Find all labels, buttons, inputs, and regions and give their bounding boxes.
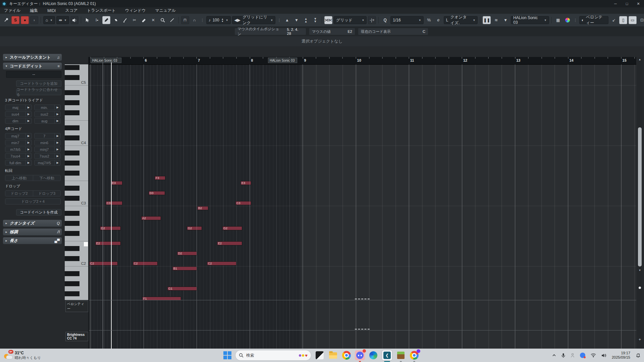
eraser-tool[interactable] [112,16,120,24]
chord-play-icon[interactable]: ▶ [25,118,32,123]
discord-icon[interactable] [355,350,365,360]
chord-play-icon[interactable]: ▶ [54,154,60,159]
inversion-button-下へ移動[interactable]: 下へ移動 [33,175,60,181]
cc-lane-label[interactable]: BrightnessCC 74 [65,332,88,341]
menu-item-編集[interactable]: 編集 [30,8,38,13]
chord-play-icon[interactable]: ▶ [25,147,32,152]
match-chord-track-button[interactable]: コードトラックに合わせる [16,89,61,95]
file-explorer-icon[interactable] [328,350,338,360]
midi-note-D2[interactable]: D2 [177,251,197,255]
weather-widget[interactable]: 9+ 31°C 晴れ時々くもり [0,351,84,360]
menu-item-ウィンドウ[interactable]: ウィンドウ [125,8,146,13]
drop-button-ドロップ3[interactable]: ドロップ3 [33,191,60,196]
midi-note-B2[interactable]: B2 [197,206,208,210]
midi-note-G2[interactable]: G2 [222,226,242,230]
zoom-plus-button[interactable]: + [637,337,642,342]
black-key[interactable] [65,171,79,176]
chord-button-7sus2[interactable]: 7sus2▶ [34,153,61,159]
record-button[interactable]: ● [21,16,29,24]
autoscroll-dropdown[interactable]: ⌂▼ [43,16,55,24]
chord-button-7[interactable]: 7▶ [34,133,61,139]
part-selector-dropdown[interactable]: HALion Sonic 03▼ [511,16,549,24]
chord-play-icon[interactable]: ▶ [25,133,32,138]
piano-keyboard[interactable]: C5C4C3C2 [65,64,88,300]
midi-note-C3[interactable]: C3 [106,201,122,205]
solo-button[interactable]: S [11,16,19,24]
minecraft-icon[interactable] [396,350,406,360]
chord-play-icon[interactable]: ▶ [54,105,60,110]
black-key[interactable] [65,246,79,251]
black-key[interactable] [65,211,79,216]
object-selection-tool[interactable] [84,16,92,24]
info-field-value[interactable]: 5. 2. 4. 28 [287,27,303,36]
timeline-ruler[interactable]: 6789101112131415HALion Sonic 03HALion So… [89,57,636,65]
section-scale-assistant[interactable]: ►スケールアシスタント♫ [3,54,62,61]
part-name-flag[interactable]: HALion Sonic 03 [91,58,121,63]
midi-note-C3[interactable]: C3 [235,201,251,205]
section-length[interactable]: ►長さ▄▀ [3,237,62,244]
midi-note-G2[interactable]: G2 [187,226,202,230]
chord-button-min7[interactable]: min7▶ [5,140,32,145]
chord-button-min6[interactable]: min6▶ [34,140,61,145]
midi-note-E3[interactable]: E3 [111,181,122,185]
part-name-flag[interactable]: HALion Sonic 03 [268,58,297,63]
black-key[interactable] [65,100,79,105]
chord-play-icon[interactable]: ▶ [54,147,60,152]
black-key[interactable] [65,221,79,226]
acoustic-feedback-button[interactable] [70,16,78,24]
section-dots[interactable]: ⋮ [200,18,205,22]
chord-play-icon[interactable]: ▶ [54,133,60,138]
black-key[interactable] [65,125,79,130]
edit-active-part-icon[interactable]: ≋ [492,16,500,24]
menu-item-トランスポート[interactable]: トランスポート [87,8,116,13]
insert-velocity-value[interactable]: 100 [213,18,219,22]
midi-note-B1[interactable]: B1 [172,266,197,270]
corner-arrow-icon[interactable]: ↙ [610,16,618,24]
line-tool[interactable] [168,16,176,24]
zoom-handle-dot[interactable] [639,287,641,289]
chord-button-aug[interactable]: aug▶ [34,118,61,124]
chord-button-minj7[interactable]: minj7▶ [34,146,61,152]
black-key[interactable] [65,281,79,286]
section-transpose[interactable]: ►移調Л [3,228,62,236]
chrome-profile-icon[interactable] [409,350,419,360]
black-key[interactable] [65,271,79,276]
black-key[interactable] [65,196,79,201]
velocity-lane-label[interactable]: ベロシティー [65,301,88,312]
scissors-split-tool[interactable]: ✂ [130,16,139,24]
add-chord-track-button[interactable]: コードトラックを追加 [16,80,61,87]
info-field-value[interactable]: E2 [348,29,352,34]
chord-button-dim[interactable]: dim▶ [5,118,32,124]
setup-window-layout-icon[interactable]: ⊡ [638,16,644,24]
transpose-down-icon[interactable]: ▼ [292,16,301,24]
chord-button-sus4[interactable]: sus4▶ [5,111,32,117]
vertical-scrollbar[interactable]: ▲ ▼ + [637,57,642,349]
black-key[interactable] [65,161,79,166]
start-button[interactable] [223,351,232,360]
menu-item-マニュアル[interactable]: マニュアル [155,8,175,13]
snap-button[interactable]: ⋊⋉ [324,16,332,24]
chord-play-icon[interactable]: ▶ [25,105,32,110]
playhead-cursor-line[interactable] [103,62,103,349]
midi-note-G1[interactable]: G1 [167,287,197,291]
chord-button-full dim[interactable]: full dim▶ [5,160,32,166]
audition-moon-icon[interactable]: ◗ [30,16,38,24]
color-wheel-icon[interactable] [564,16,572,24]
midi-note-F3[interactable]: F3 [155,176,165,180]
tuplet-quantize-button[interactable]: % [425,16,433,24]
create-chord-event-button[interactable]: コードイベントを作成 [16,209,61,216]
part-pin-dropdown[interactable]: ⇹▼ [56,16,69,24]
scroll-up-arrow[interactable]: ▲ [637,58,642,61]
section-chord-edit[interactable]: ▼コードエディット≡ [3,62,62,70]
section-quantize[interactable]: ►クオンタイズQ [3,220,62,227]
insert-velocity-field[interactable]: ♪ 100 ▲▼ ▼ [206,16,231,24]
chord-play-icon[interactable]: ▶ [25,112,32,117]
black-key[interactable] [65,186,79,191]
chord-play-icon[interactable]: ▶ [54,160,60,165]
midi-note-E2[interactable]: E2 [95,241,121,245]
section-dots[interactable]: ⋮ [573,18,578,22]
pen-tray-icon[interactable] [571,353,575,358]
scrollbar-thumb[interactable] [638,127,642,266]
chord-button-7sus4[interactable]: 7sus4▶ [5,153,32,159]
independent-loop-icon[interactable]: ⊓ [181,16,189,24]
